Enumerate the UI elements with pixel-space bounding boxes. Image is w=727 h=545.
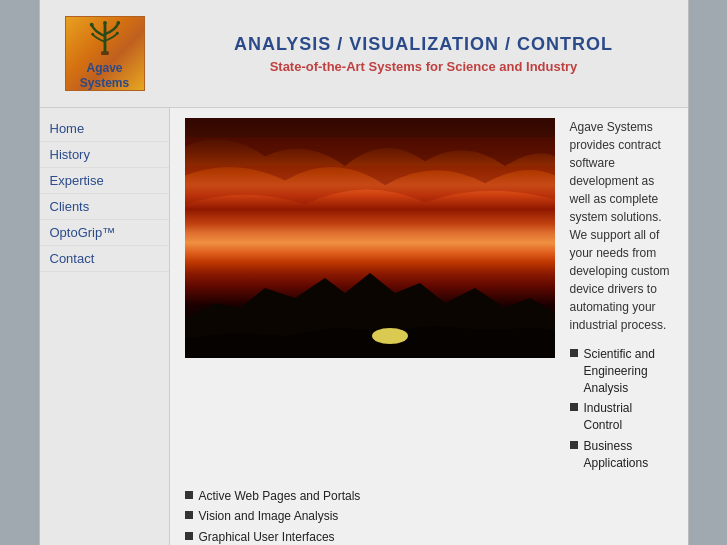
right-bullet-list: Scientific and Engineering Analysis Indu… <box>570 344 673 474</box>
sidebar-item-home[interactable]: Home <box>40 116 169 142</box>
bullet-icon <box>185 511 193 519</box>
bullet-icon <box>570 403 578 411</box>
bullet-icon <box>185 532 193 540</box>
header: Agave Systems ANALYSIS / VISUALIZATION /… <box>40 0 688 108</box>
agave-icon <box>86 17 124 59</box>
description-text: Agave Systems provides contract software… <box>570 118 673 334</box>
right-bullet-3: Business Applications <box>570 436 673 474</box>
left-bullet-1: Active Web Pages and Portals <box>185 486 673 507</box>
image-text-row: Agave Systems provides contract software… <box>185 118 673 474</box>
left-bullet-3: Graphical User Interfaces <box>185 527 673 545</box>
logo-text: Agave Systems <box>80 61 129 90</box>
bullet-icon <box>570 441 578 449</box>
sidebar-item-optogrip[interactable]: OptoGrip™ <box>40 220 169 246</box>
cloud-overlay <box>185 118 555 262</box>
svg-rect-6 <box>101 51 109 55</box>
main-title: ANALYSIS / VISUALIZATION / CONTROL <box>170 34 678 55</box>
bottom-left-bullets: Active Web Pages and Portals Vision and … <box>185 486 673 545</box>
sidebar-item-clients[interactable]: Clients <box>40 194 169 220</box>
header-title: ANALYSIS / VISUALIZATION / CONTROL State… <box>170 34 688 74</box>
logo-box: Agave Systems <box>65 16 145 91</box>
sidebar-item-expertise[interactable]: Expertise <box>40 168 169 194</box>
page-wrapper: Agave Systems ANALYSIS / VISUALIZATION /… <box>39 0 689 545</box>
right-bullet-2: Industrial Control <box>570 398 673 436</box>
mountain-silhouette-svg <box>185 248 555 358</box>
main-content: Agave Systems provides contract software… <box>170 108 688 545</box>
bullet-icon <box>570 349 578 357</box>
svg-point-4 <box>115 32 118 35</box>
sidebar: Home History Expertise Clients OptoGrip™… <box>40 108 170 545</box>
hero-image <box>185 118 555 358</box>
svg-point-5 <box>103 21 107 25</box>
svg-point-2 <box>116 21 120 25</box>
bottom-bullets: Active Web Pages and Portals Vision and … <box>185 486 673 545</box>
right-bullet-1: Scientific and Engineering Analysis <box>570 344 673 398</box>
content-area: Home History Expertise Clients OptoGrip™… <box>40 108 688 545</box>
logo-area: Agave Systems <box>40 8 170 99</box>
sidebar-item-contact[interactable]: Contact <box>40 246 169 272</box>
sub-title: State-of-the-Art Systems for Science and… <box>170 59 678 74</box>
sidebar-item-history[interactable]: History <box>40 142 169 168</box>
svg-point-3 <box>91 33 94 36</box>
right-description: Agave Systems provides contract software… <box>570 118 673 474</box>
bullet-icon <box>185 491 193 499</box>
left-bullet-2: Vision and Image Analysis <box>185 506 673 527</box>
svg-point-10 <box>372 328 408 344</box>
left-bullet-list: Active Web Pages and Portals Vision and … <box>185 486 673 545</box>
hero-canvas <box>185 118 555 358</box>
svg-point-1 <box>89 23 93 27</box>
